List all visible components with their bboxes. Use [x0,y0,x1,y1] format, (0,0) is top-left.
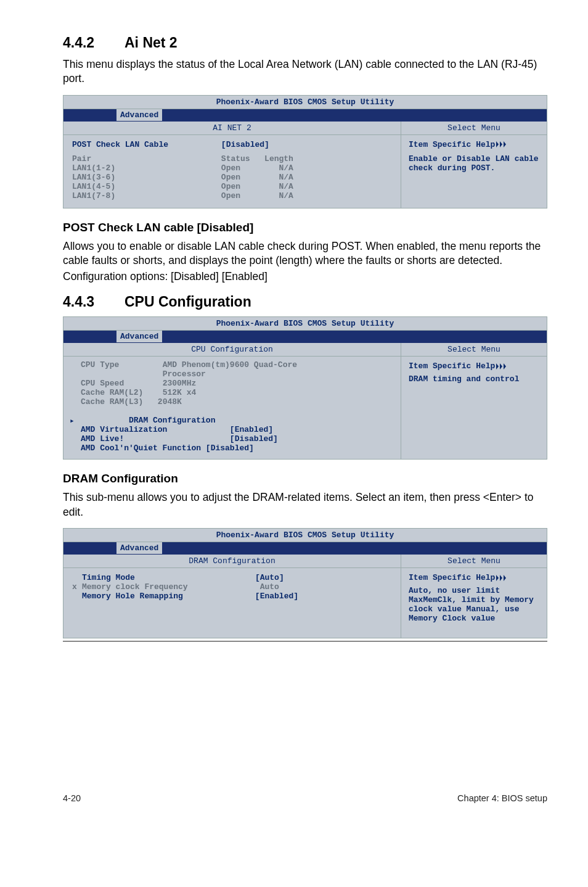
cell-length: N/A [279,182,293,191]
select-menu-label: Select Menu [401,555,547,567]
bios-tabrow: Advanced [63,542,547,555]
cpu-label: DRAM Configuration [129,416,215,425]
post-check-desc-2: Configuration options: [Disabled] [Enabl… [63,270,547,284]
bios-help-pane: Item Specific Help DRAM timing and contr… [401,357,547,459]
bios-subhead: DRAM Configuration Select Menu [63,555,547,568]
help-body: Enable or Disable LAN cable check during… [409,154,539,173]
item-value: [Auto] [255,573,284,582]
cpu-value: [Enabled] [230,425,273,434]
table-header-row: Pair Status Length [72,154,392,163]
cpu-label: AMD Cool'n'Quiet Function [81,444,201,453]
disabled-marker: x [72,582,77,592]
bios-content: POST Check LAN Cable [Disabled] Pair Sta… [63,135,547,208]
bios-subtitle: CPU Configuration [63,343,401,356]
cpu-value: 512K x4 [158,388,196,397]
help-body: Auto, no user limit MaxMemClk, limit by … [409,586,539,623]
chevron-right-icon [496,575,508,581]
intro-442: This menu displays the status of the Loc… [63,57,547,86]
cpu-label: Cache RAM(L3) [81,397,143,406]
bios-panel-ainet: Phoenix-Award BIOS CMOS Setup Utility Ad… [63,95,547,208]
chevron-right-icon [496,363,508,369]
timing-mode-item[interactable]: Timing Mode [Auto] [82,573,392,582]
cell-pair: LAN1(1-2) [72,163,115,173]
col-status: Status [221,154,250,163]
cpu-value: Processor [163,369,206,379]
help-title: Item Specific Help [409,573,495,582]
mem-hole-remap-item[interactable]: Memory Hole Remapping [Enabled] [82,592,392,601]
section-number: 4.4.2 [63,35,125,51]
bios-title: Phoenix-Award BIOS CMOS Setup Utility [63,529,547,542]
section-number: 4.4.3 [63,294,125,310]
cell-pair: LAN1(7-8) [72,191,115,200]
bios-content: Timing Mode [Auto] xMemory clock Frequen… [63,568,547,638]
cpu-value: [Disabled] [206,444,254,453]
bios-panel-cpu: Phoenix-Award BIOS CMOS Setup Utility Ad… [63,316,547,460]
cell-length: N/A [279,191,293,200]
triangle-right-icon: ▸ [70,416,75,426]
section-title: CPU Configuration [125,294,251,310]
post-check-value: [Disabled] [221,140,269,149]
cpu-value: [Disabled] [230,434,278,444]
table-row: LAN1(4-5) Open N/A [72,182,392,191]
select-menu-label: Select Menu [401,343,547,356]
amd-live-item[interactable]: AMD Live! [Disabled] [81,434,392,444]
cpu-label: CPU Type [81,360,119,369]
tab-advanced[interactable]: Advanced [116,331,162,342]
subheading-dram: DRAM Configuration [63,472,547,485]
bios-left-pane: POST Check LAN Cable [Disabled] Pair Sta… [63,135,401,208]
bios-left-pane: Timing Mode [Auto] xMemory clock Frequen… [63,568,401,638]
cell-status: Open [221,182,240,191]
help-title-row: Item Specific Help [409,573,508,582]
subheading-post-check: POST Check LAN cable [Disabled] [63,221,547,234]
bios-tabrow: Advanced [63,331,547,343]
page-number: 4-20 [63,793,81,803]
item-label: Memory Hole Remapping [82,592,183,601]
bios-left-pane: CPU Type AMD Phenom(tm)9600 Quad-Core Pr… [63,357,401,459]
help-title: Item Specific Help [409,140,495,149]
bios-subhead: AI NET 2 Select Menu [63,122,547,135]
cell-status: Open [221,191,240,200]
post-check-row[interactable]: POST Check LAN Cable [Disabled] [72,140,392,149]
cpu-value: 2300MHz [163,379,197,388]
cell-length: N/A [279,163,293,173]
table-row: LAN1(7-8) Open N/A [72,191,392,200]
cpu-label: AMD Live! [81,434,124,444]
section-title: Ai Net 2 [125,35,178,51]
tab-advanced[interactable]: Advanced [116,109,162,121]
table-row: LAN1(3-6) Open N/A [72,173,392,182]
help-title-row: Item Specific Help [409,140,508,149]
cell-length: N/A [279,173,293,182]
dram-config-item[interactable]: ▸DRAM Configuration [81,406,392,425]
section-heading-442: 4.4.2Ai Net 2 [63,35,547,51]
cpu-row: Cache RAM(L3) 2048K [81,397,392,406]
item-value: Auto [260,582,279,592]
cell-status: Open [221,163,240,173]
select-menu-label: Select Menu [401,122,547,134]
amd-cnq-item[interactable]: AMD Cool'n'Quiet Function [Disabled] [81,444,392,453]
cpu-row: Processor [81,369,392,379]
dram-desc: This sub-menu allows you to adjust the D… [63,490,547,519]
bios-title: Phoenix-Award BIOS CMOS Setup Utility [63,96,547,109]
chevron-right-icon [496,141,508,147]
col-pair: Pair [72,154,91,163]
help-title: Item Specific Help [409,361,495,371]
bios-subhead: CPU Configuration Select Menu [63,343,547,357]
cpu-label: AMD Virtualization [81,425,167,434]
cpu-value: AMD Phenom(tm)9600 Quad-Core [163,360,297,369]
help-body: DRAM timing and control [409,374,539,384]
cpu-row: Cache RAM(L2) 512K x4 [81,388,392,397]
item-label: Timing Mode [82,573,135,582]
help-title-row: Item Specific Help [409,361,508,371]
amd-virt-item[interactable]: AMD Virtualization [Enabled] [81,425,392,434]
post-check-label: POST Check LAN Cable [72,140,168,149]
cell-status: Open [221,173,240,182]
bios-subtitle: DRAM Configuration [63,555,401,567]
table-row: LAN1(1-2) Open N/A [72,163,392,173]
cpu-row: CPU Type AMD Phenom(tm)9600 Quad-Core [81,360,392,369]
bios-tabrow: Advanced [63,109,547,122]
bios-title: Phoenix-Award BIOS CMOS Setup Utility [63,317,547,331]
mem-clock-freq-item: xMemory clock Frequency Auto [82,582,392,592]
tab-advanced[interactable]: Advanced [116,542,162,554]
bios-help-pane: Item Specific Help Auto, no user limit M… [401,568,547,638]
cpu-row: CPU Speed 2300MHz [81,379,392,388]
